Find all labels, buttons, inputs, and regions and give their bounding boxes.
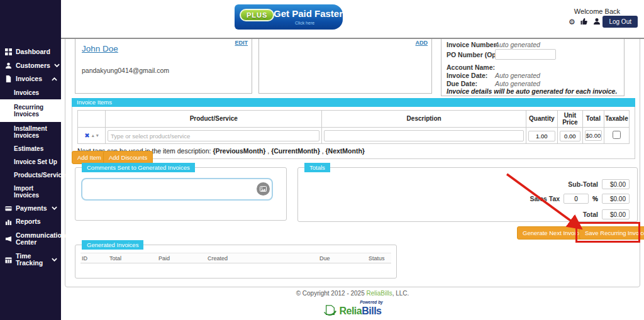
invoice-date-row: Invoice Date: Auto generated: [447, 72, 487, 79]
invoice-number-value: Auto generated: [495, 41, 540, 48]
chevron-down-icon: [52, 206, 57, 210]
user-account-icon[interactable]: [593, 18, 601, 26]
taxable-checkbox[interactable]: [613, 131, 621, 139]
customer-name-link[interactable]: John Doe: [82, 44, 118, 53]
sidebar-subitem-products-services[interactable]: Products/Services: [0, 168, 61, 182]
invoice-items-header: Invoice Items: [72, 98, 635, 107]
customer-email: pandakyung0414@gmail.com: [82, 67, 169, 74]
unit-price-input[interactable]: [560, 131, 580, 141]
row-actions-header: [78, 111, 106, 128]
reliabills-logo: ReliaBills: [323, 304, 381, 317]
chevron-down-icon: [52, 258, 57, 262]
sidebar-subitem-recurring-invoices[interactable]: Recurring Invoices: [0, 99, 61, 122]
sidebar-item-reports[interactable]: Reports: [0, 215, 61, 229]
invoice-date-value: Auto generated: [495, 72, 540, 79]
add-item-button[interactable]: Add Item: [72, 151, 107, 164]
quantity-input[interactable]: [528, 131, 555, 141]
chevron-down-icon: [54, 63, 60, 67]
sidebar: Dashboard Customers Invoices Invoices Re…: [0, 0, 61, 320]
comments-legend: Comments Sent to Generated Invoices: [82, 163, 195, 172]
sidebar-item-label: Invoices: [16, 75, 48, 83]
quantity-header: Quantity: [526, 111, 557, 128]
product-service-input[interactable]: [108, 130, 319, 141]
add-link[interactable]: ADD: [416, 40, 428, 46]
sidebar-item-dashboard[interactable]: Dashboard: [0, 45, 61, 59]
total-col-header: Total: [108, 253, 157, 263]
copyright-suffix: , LLC.: [392, 290, 409, 297]
comments-input[interactable]: [81, 178, 273, 201]
delete-row-icon[interactable]: ✖: [84, 132, 89, 139]
credit-card-icon: [5, 205, 12, 212]
totals-section: Totals Sub-Total $0.00 Sales Tax % $0.00…: [297, 167, 638, 222]
total-row: Total $0.00: [583, 209, 630, 219]
welcome-text: Welcome Back: [574, 8, 620, 15]
generated-header-row: ID Total Paid Created Due Status: [80, 253, 391, 263]
thumbs-up-icon[interactable]: [580, 18, 588, 26]
item-row: ✖ ▴ ▾ $0.00: [78, 128, 630, 144]
subtotal-value: $0.00: [602, 179, 630, 189]
bar-chart-icon: [5, 218, 12, 225]
megaphone-icon: [5, 236, 12, 243]
logout-button[interactable]: Log Out: [602, 16, 638, 28]
reorder-up-icon[interactable]: ▴: [92, 133, 94, 138]
user-icon: [5, 62, 12, 69]
sidebar-subitem-invoices[interactable]: Invoices: [0, 86, 61, 99]
get-paid-faster-banner[interactable]: PLUS Get Paid Faster! Click here: [235, 4, 343, 30]
invoice-items-section: Invoice Items Product/Service Descriptio…: [72, 98, 635, 159]
taxable-header: Taxable: [604, 111, 629, 128]
account-name-row: Account Name:: [447, 63, 495, 71]
generated-invoices-table: ID Total Paid Created Due Status: [80, 253, 391, 263]
id-header: ID: [80, 253, 108, 263]
subtotal-row: Sub-Total $0.00: [568, 179, 630, 189]
reliabills-link[interactable]: ReliaBills: [367, 290, 392, 297]
file-icon: [5, 75, 12, 82]
sidebar-item-payments[interactable]: Payments: [0, 202, 61, 216]
sales-tax-label: Sales Tax: [530, 195, 560, 202]
recurring-invoice-form: EDIT John Doe pandakyung0414@gmail.com A…: [65, 29, 640, 287]
reorder-down-icon[interactable]: ▾: [96, 133, 99, 138]
save-recurring-invoice-button[interactable]: Save Recurring Invoice: [579, 226, 644, 240]
app-window: Dashboard Customers Invoices Invoices Re…: [0, 0, 644, 320]
sidebar-item-invoices[interactable]: Invoices: [0, 72, 61, 86]
sidebar-item-customers[interactable]: Customers: [0, 59, 61, 73]
sales-tax-rate-input[interactable]: [564, 194, 589, 204]
sidebar-item-label: Time Tracking: [16, 253, 48, 267]
tags-note: Next tags can be used in the item descri…: [77, 144, 630, 157]
sidebar-item-time-tracking[interactable]: Time Tracking: [0, 250, 61, 270]
generate-next-invoice-button[interactable]: Generate Next Invoice: [517, 226, 588, 240]
gear-icon[interactable]: ⚙: [569, 18, 575, 26]
tag-current-month: {CurrentMonth}: [271, 147, 320, 155]
chevron-down-icon: [69, 237, 75, 241]
description-input[interactable]: [324, 130, 523, 141]
sidebar-item-label: Payments: [16, 205, 48, 212]
total-value: $0.00: [602, 209, 630, 219]
due-date-value: Auto generated: [495, 80, 540, 87]
auto-generated-note: Invoice details will be auto generated f…: [447, 87, 617, 95]
line-total-value: $0.00: [585, 130, 602, 141]
product-service-header: Product/Service: [106, 111, 322, 128]
totals-legend: Totals: [304, 163, 330, 172]
sidebar-subitem-installment-invoices[interactable]: Installment Invoices: [0, 122, 61, 142]
created-header: Created: [206, 253, 318, 263]
sidebar-item-communication-center[interactable]: Communication Center: [0, 229, 61, 250]
sidebar-subitem-estimates[interactable]: Estimates: [0, 142, 61, 155]
description-header: Description: [322, 111, 526, 128]
due-header: Due: [318, 253, 367, 263]
invoice-number-row: Invoice Number: Auto generated: [447, 41, 498, 48]
banner-click-here[interactable]: Click here: [295, 21, 314, 25]
due-date-row: Due Date: Auto generated: [447, 80, 477, 87]
sidebar-subitem-invoice-set-up[interactable]: Invoice Set Up: [0, 155, 61, 168]
edit-customer-link[interactable]: EDIT: [235, 40, 248, 46]
add-discounts-button[interactable]: Add Discounts: [103, 151, 153, 164]
chevron-up-icon: [52, 77, 57, 81]
plus-badge: PLUS: [240, 9, 274, 21]
insert-image-icon[interactable]: [257, 182, 270, 196]
invoice-items-box: Product/Service Description Quantity Uni…: [72, 107, 635, 159]
sidebar-subitem-import-invoices[interactable]: Import Invoices: [0, 182, 61, 202]
paid-header: Paid: [157, 253, 206, 263]
generated-invoices-legend: Generated Invoices: [82, 240, 143, 250]
po-number-input[interactable]: [495, 49, 556, 60]
due-date-label: Due Date:: [447, 80, 477, 87]
sidebar-item-label: Communication Center: [16, 232, 65, 246]
calendar-icon: [5, 257, 12, 263]
